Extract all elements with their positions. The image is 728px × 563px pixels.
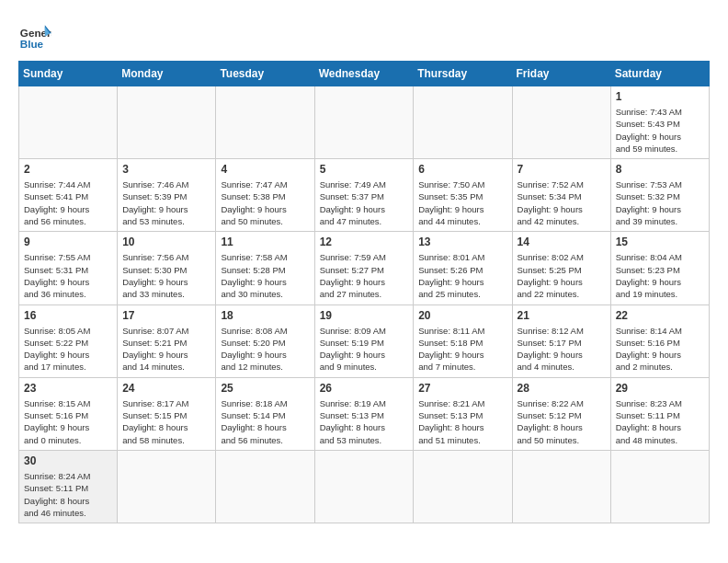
- day-number: 7: [518, 163, 606, 176]
- day-number: 15: [616, 236, 704, 248]
- weekday-header-sunday: Sunday: [19, 62, 118, 86]
- day-number: 22: [616, 309, 704, 322]
- day-info: Sunrise: 8:23 AM Sunset: 5:11 PM Dayligh…: [616, 397, 704, 446]
- calendar-cell: [314, 86, 414, 159]
- day-info: Sunrise: 8:21 AM Sunset: 5:13 PM Dayligh…: [418, 397, 506, 446]
- day-info: Sunrise: 8:15 AM Sunset: 5:16 PM Dayligh…: [24, 397, 112, 446]
- weekday-header-row: SundayMondayTuesdayWednesdayThursdayFrid…: [19, 62, 710, 86]
- day-info: Sunrise: 8:19 AM Sunset: 5:13 PM Dayligh…: [320, 397, 409, 446]
- calendar-cell: 22Sunrise: 8:14 AM Sunset: 5:16 PM Dayli…: [610, 304, 709, 377]
- calendar-cell: 12Sunrise: 7:59 AM Sunset: 5:27 PM Dayli…: [314, 232, 414, 304]
- calendar-cell: 2Sunrise: 7:44 AM Sunset: 5:41 PM Daylig…: [19, 159, 118, 232]
- calendar-cell: [216, 450, 314, 523]
- day-number: 23: [24, 382, 112, 395]
- day-number: 20: [418, 309, 506, 322]
- calendar-cell: 20Sunrise: 8:11 AM Sunset: 5:18 PM Dayli…: [414, 304, 512, 377]
- day-info: Sunrise: 8:08 AM Sunset: 5:20 PM Dayligh…: [221, 325, 309, 373]
- calendar-cell: 11Sunrise: 7:58 AM Sunset: 5:28 PM Dayli…: [216, 232, 314, 304]
- day-info: Sunrise: 7:55 AM Sunset: 5:31 PM Dayligh…: [24, 251, 112, 300]
- calendar-week-row: 2Sunrise: 7:44 AM Sunset: 5:41 PM Daylig…: [19, 159, 710, 232]
- day-number: 3: [122, 163, 210, 176]
- day-info: Sunrise: 8:12 AM Sunset: 5:17 PM Dayligh…: [518, 325, 606, 373]
- calendar-table: SundayMondayTuesdayWednesdayThursdayFrid…: [18, 61, 710, 523]
- calendar-cell: 24Sunrise: 8:17 AM Sunset: 5:15 PM Dayli…: [118, 377, 216, 450]
- calendar-cell: 7Sunrise: 7:52 AM Sunset: 5:34 PM Daylig…: [512, 159, 610, 232]
- calendar-week-row: 30Sunrise: 8:24 AM Sunset: 5:11 PM Dayli…: [19, 450, 710, 523]
- calendar-cell: [216, 86, 314, 159]
- logo-icon: General Blue: [18, 18, 51, 52]
- day-info: Sunrise: 8:05 AM Sunset: 5:22 PM Dayligh…: [24, 325, 112, 373]
- day-info: Sunrise: 7:49 AM Sunset: 5:37 PM Dayligh…: [320, 178, 409, 227]
- calendar-week-row: 23Sunrise: 8:15 AM Sunset: 5:16 PM Dayli…: [19, 377, 710, 450]
- day-number: 28: [518, 382, 606, 395]
- calendar-cell: [118, 450, 216, 523]
- calendar-cell: [512, 450, 610, 523]
- calendar-cell: 5Sunrise: 7:49 AM Sunset: 5:37 PM Daylig…: [314, 159, 414, 232]
- day-info: Sunrise: 7:43 AM Sunset: 5:43 PM Dayligh…: [616, 106, 704, 155]
- weekday-header-friday: Friday: [512, 62, 610, 86]
- day-info: Sunrise: 7:59 AM Sunset: 5:27 PM Dayligh…: [320, 251, 409, 300]
- calendar-cell: 10Sunrise: 7:56 AM Sunset: 5:30 PM Dayli…: [118, 232, 216, 304]
- day-number: 4: [221, 163, 309, 176]
- day-number: 27: [418, 382, 506, 395]
- calendar-cell: [610, 450, 709, 523]
- day-info: Sunrise: 7:46 AM Sunset: 5:39 PM Dayligh…: [122, 178, 210, 227]
- day-info: Sunrise: 8:01 AM Sunset: 5:26 PM Dayligh…: [418, 251, 506, 300]
- day-info: Sunrise: 8:02 AM Sunset: 5:25 PM Dayligh…: [518, 251, 606, 300]
- day-info: Sunrise: 8:04 AM Sunset: 5:23 PM Dayligh…: [616, 251, 704, 300]
- calendar-cell: 25Sunrise: 8:18 AM Sunset: 5:14 PM Dayli…: [216, 377, 314, 450]
- calendar-week-row: 16Sunrise: 8:05 AM Sunset: 5:22 PM Dayli…: [19, 304, 710, 377]
- logo: General Blue: [18, 18, 51, 52]
- day-number: 17: [122, 309, 210, 322]
- calendar-cell: 19Sunrise: 8:09 AM Sunset: 5:19 PM Dayli…: [314, 304, 414, 377]
- day-info: Sunrise: 8:07 AM Sunset: 5:21 PM Dayligh…: [122, 325, 210, 373]
- day-info: Sunrise: 7:44 AM Sunset: 5:41 PM Dayligh…: [24, 178, 112, 227]
- page-header: General Blue: [18, 18, 710, 52]
- calendar-cell: 3Sunrise: 7:46 AM Sunset: 5:39 PM Daylig…: [118, 159, 216, 232]
- weekday-header-saturday: Saturday: [610, 62, 709, 86]
- calendar-cell: 16Sunrise: 8:05 AM Sunset: 5:22 PM Dayli…: [19, 304, 118, 377]
- calendar-cell: [414, 450, 512, 523]
- day-number: 29: [616, 382, 704, 395]
- calendar-cell: [414, 86, 512, 159]
- day-number: 26: [320, 382, 409, 395]
- calendar-week-row: 1Sunrise: 7:43 AM Sunset: 5:43 PM Daylig…: [19, 86, 710, 159]
- day-info: Sunrise: 8:17 AM Sunset: 5:15 PM Dayligh…: [122, 397, 210, 446]
- day-info: Sunrise: 7:50 AM Sunset: 5:35 PM Dayligh…: [418, 178, 506, 227]
- weekday-header-tuesday: Tuesday: [216, 62, 314, 86]
- calendar-cell: 29Sunrise: 8:23 AM Sunset: 5:11 PM Dayli…: [610, 377, 709, 450]
- day-info: Sunrise: 7:47 AM Sunset: 5:38 PM Dayligh…: [221, 178, 309, 227]
- calendar-cell: 26Sunrise: 8:19 AM Sunset: 5:13 PM Dayli…: [314, 377, 414, 450]
- day-number: 30: [24, 454, 112, 467]
- day-number: 13: [418, 236, 506, 248]
- day-number: 9: [24, 236, 112, 248]
- day-info: Sunrise: 7:53 AM Sunset: 5:32 PM Dayligh…: [616, 178, 704, 227]
- day-info: Sunrise: 8:11 AM Sunset: 5:18 PM Dayligh…: [418, 325, 506, 373]
- day-number: 25: [221, 382, 309, 395]
- weekday-header-wednesday: Wednesday: [314, 62, 414, 86]
- day-number: 11: [221, 236, 309, 248]
- day-info: Sunrise: 7:56 AM Sunset: 5:30 PM Dayligh…: [122, 251, 210, 300]
- day-number: 10: [122, 236, 210, 248]
- day-number: 14: [518, 236, 606, 248]
- calendar-cell: 8Sunrise: 7:53 AM Sunset: 5:32 PM Daylig…: [610, 159, 709, 232]
- day-info: Sunrise: 8:24 AM Sunset: 5:11 PM Dayligh…: [24, 470, 112, 519]
- calendar-cell: 27Sunrise: 8:21 AM Sunset: 5:13 PM Dayli…: [414, 377, 512, 450]
- day-number: 8: [616, 163, 704, 176]
- day-number: 19: [320, 309, 409, 322]
- day-number: 2: [24, 163, 112, 176]
- calendar-cell: 30Sunrise: 8:24 AM Sunset: 5:11 PM Dayli…: [19, 450, 118, 523]
- calendar-cell: 15Sunrise: 8:04 AM Sunset: 5:23 PM Dayli…: [610, 232, 709, 304]
- day-info: Sunrise: 8:09 AM Sunset: 5:19 PM Dayligh…: [320, 325, 409, 373]
- weekday-header-thursday: Thursday: [414, 62, 512, 86]
- calendar-cell: 18Sunrise: 8:08 AM Sunset: 5:20 PM Dayli…: [216, 304, 314, 377]
- svg-text:Blue: Blue: [20, 38, 44, 50]
- day-number: 6: [418, 163, 506, 176]
- calendar-cell: 14Sunrise: 8:02 AM Sunset: 5:25 PM Dayli…: [512, 232, 610, 304]
- calendar-cell: [118, 86, 216, 159]
- day-info: Sunrise: 7:58 AM Sunset: 5:28 PM Dayligh…: [221, 251, 309, 300]
- calendar-cell: 17Sunrise: 8:07 AM Sunset: 5:21 PM Dayli…: [118, 304, 216, 377]
- calendar-cell: 21Sunrise: 8:12 AM Sunset: 5:17 PM Dayli…: [512, 304, 610, 377]
- calendar-cell: [314, 450, 414, 523]
- day-info: Sunrise: 8:22 AM Sunset: 5:12 PM Dayligh…: [518, 397, 606, 446]
